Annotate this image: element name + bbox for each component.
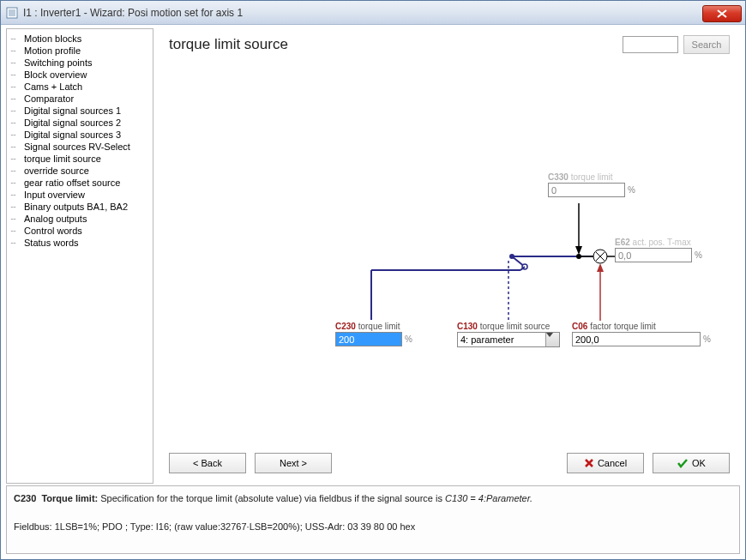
param-e62-label: E62 act. pos. T-max	[615, 238, 702, 247]
sidebar-item[interactable]: ····Digital signal sources 2	[9, 117, 151, 129]
tree-dots-icon: ····	[10, 94, 22, 103]
body: ····Motion blocks····Motion profile····S…	[1, 25, 745, 485]
sidebar-item-label: Motion blocks	[24, 33, 81, 44]
sidebar-item-label: Digital signal sources 2	[24, 117, 121, 128]
tree-dots-icon: ····	[10, 202, 22, 211]
param-c330-value[interactable]	[548, 183, 625, 197]
nav-row: < Back Next > Cancel OK	[153, 448, 740, 484]
param-c06: C06 factor torque limit %	[572, 322, 711, 346]
search-input[interactable]	[623, 36, 678, 53]
sidebar-item-label: Cams + Latch	[24, 81, 82, 92]
param-c230: C230 torque limit %	[335, 322, 412, 346]
tree-dots-icon: ····	[10, 190, 22, 199]
sidebar-item[interactable]: ····Block overview	[9, 69, 151, 81]
cancel-icon	[584, 458, 594, 468]
next-button[interactable]: Next >	[255, 453, 332, 473]
wizard-window: I1 : Inverter1 - Wizard: Posi motion set…	[0, 0, 746, 560]
info-panel: C230 Torque limit: Specification for the…	[6, 485, 740, 554]
sidebar-item-label: Status words	[24, 238, 79, 248]
sidebar-item-label: Switching points	[24, 57, 93, 68]
sidebar-tree[interactable]: ····Motion blocks····Motion profile····S…	[6, 28, 153, 484]
sidebar-item[interactable]: ····Digital signal sources 3	[9, 129, 151, 141]
tree-dots-icon: ····	[10, 34, 22, 43]
main-panel: torque limit source Search	[153, 28, 740, 448]
svg-rect-1	[9, 9, 15, 16]
tree-dots-icon: ····	[10, 238, 22, 247]
svg-marker-11	[575, 246, 582, 255]
param-e62-value[interactable]	[615, 248, 692, 262]
param-e62-unit: %	[695, 250, 702, 260]
param-c230-unit: %	[405, 334, 412, 344]
app-icon	[6, 7, 18, 19]
sidebar-item[interactable]: ····Control words	[9, 225, 151, 237]
main-wrap: torque limit source Search	[153, 28, 740, 484]
sidebar-item[interactable]: ····Input overview	[9, 189, 151, 201]
tree-dots-icon: ····	[10, 82, 22, 91]
sidebar-item-label: Signal sources RV-Select	[24, 142, 130, 152]
sidebar-item-label: Digital signal sources 1	[24, 105, 121, 116]
sidebar-item-label: Digital signal sources 3	[24, 129, 121, 140]
param-c130: C130 torque limit source 4: parameter	[457, 322, 560, 347]
info-line-1: C230 Torque limit: Specification for the…	[14, 491, 732, 506]
param-c130-select[interactable]: 4: parameter	[457, 332, 560, 347]
tree-dots-icon: ····	[10, 166, 22, 175]
tree-dots-icon: ····	[10, 118, 22, 127]
chevron-down-icon	[545, 333, 559, 346]
sidebar-item-label: override source	[24, 166, 89, 176]
param-c230-label: C230 torque limit	[335, 322, 412, 331]
param-c230-value[interactable]	[335, 332, 402, 346]
sidebar-item[interactable]: ····Signal sources RV-Select	[9, 141, 151, 153]
param-c130-value: 4: parameter	[460, 334, 514, 345]
cancel-button[interactable]: Cancel	[567, 453, 644, 473]
titlebar: I1 : Inverter1 - Wizard: Posi motion set…	[1, 1, 745, 25]
sidebar-item[interactable]: ····Cams + Latch	[9, 81, 151, 93]
param-e62: E62 act. pos. T-max %	[615, 238, 702, 262]
param-c06-label: C06 factor torque limit	[572, 322, 711, 331]
sidebar-item[interactable]: ····Comparator	[9, 93, 151, 105]
sidebar-item-label: Motion profile	[24, 45, 81, 56]
sidebar-item[interactable]: ····gear ratio offset source	[9, 177, 151, 189]
param-c06-unit: %	[703, 334, 711, 344]
param-c330-unit: %	[628, 185, 635, 195]
tree-dots-icon: ····	[10, 106, 22, 115]
svg-marker-22	[546, 333, 553, 337]
tree-dots-icon: ····	[10, 154, 22, 163]
sidebar-item[interactable]: ····Binary outputs BA1, BA2	[9, 201, 151, 213]
ok-button[interactable]: OK	[653, 453, 730, 473]
tree-dots-icon: ····	[10, 214, 22, 223]
close-button[interactable]	[702, 5, 742, 22]
param-c330-label: C330 torque limit	[548, 172, 635, 182]
check-icon	[677, 458, 689, 468]
param-c330: C330 torque limit %	[548, 172, 635, 197]
sidebar-item[interactable]: ····override source	[9, 165, 151, 177]
search-button[interactable]: Search	[683, 35, 730, 54]
tree-dots-icon: ····	[10, 46, 22, 55]
window-title: I1 : Inverter1 - Wizard: Posi motion set…	[23, 7, 702, 19]
sidebar-item-label: Control words	[24, 226, 82, 236]
sidebar-item-label: Comparator	[24, 93, 74, 104]
sidebar-item[interactable]: ····Switching points	[9, 57, 151, 69]
sidebar-item[interactable]: ····Analog outputs	[9, 213, 151, 225]
header-row: torque limit source Search	[169, 35, 730, 54]
info-line-2: Fieldbus: 1LSB=1%; PDO ; Type: I16; (raw…	[14, 520, 732, 534]
sidebar-item[interactable]: ····Motion profile	[9, 45, 151, 57]
param-c06-value[interactable]	[572, 332, 701, 346]
sidebar-item-label: gear ratio offset source	[24, 178, 120, 188]
svg-marker-13	[597, 263, 604, 272]
sidebar-item-label: Block overview	[24, 69, 87, 80]
sidebar-item-label: Binary outputs BA1, BA2	[24, 202, 128, 212]
sidebar-item-label: Input overview	[24, 190, 85, 200]
diagram: C330 torque limit % E62 act. pos. T-max	[169, 59, 730, 419]
sidebar-item-label: Analog outputs	[24, 214, 87, 224]
back-button[interactable]: < Back	[169, 453, 246, 473]
tree-dots-icon: ····	[10, 70, 22, 79]
tree-dots-icon: ····	[10, 178, 22, 187]
sidebar-item[interactable]: ····Digital signal sources 1	[9, 105, 151, 117]
tree-dots-icon: ····	[10, 226, 22, 235]
tree-dots-icon: ····	[10, 58, 22, 67]
sidebar-item[interactable]: ····Status words	[9, 237, 151, 249]
tree-dots-icon: ····	[10, 130, 22, 139]
sidebar-item[interactable]: ····Motion blocks	[9, 33, 151, 45]
page-title: torque limit source	[169, 36, 623, 53]
sidebar-item[interactable]: ····torque limit source	[9, 153, 151, 165]
